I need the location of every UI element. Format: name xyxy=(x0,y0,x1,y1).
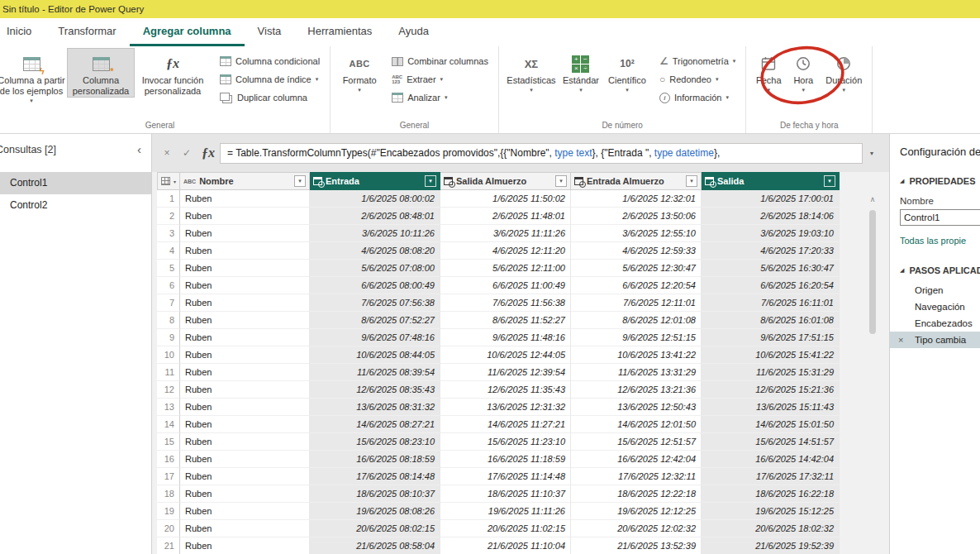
table-row[interactable]: 19Ruben19/6/2025 08:08:2619/6/2025 11:11… xyxy=(157,503,840,520)
cell[interactable]: 14/6/2025 08:27:21 xyxy=(310,416,440,433)
row-number[interactable]: 19 xyxy=(157,503,180,520)
cell[interactable]: 9/6/2025 17:51:15 xyxy=(702,329,840,346)
cell[interactable]: Ruben xyxy=(180,312,310,329)
cell[interactable]: 7/6/2025 07:56:38 xyxy=(310,294,440,312)
table-row[interactable]: 21Ruben21/6/2025 08:58:0421/6/2025 11:10… xyxy=(157,537,840,554)
cell[interactable]: Ruben xyxy=(180,520,310,537)
cell[interactable]: 14/6/2025 12:01:50 xyxy=(571,416,702,433)
cell[interactable]: 21/6/2025 13:52:39 xyxy=(571,537,702,554)
cell[interactable]: 17/6/2025 08:14:48 xyxy=(310,468,440,485)
cell[interactable]: Ruben xyxy=(180,537,310,554)
cell[interactable]: 1/6/2025 12:32:01 xyxy=(571,190,702,208)
scientific-button[interactable]: 10² Científico ▾ xyxy=(603,49,651,94)
cell[interactable]: 10/6/2025 15:41:22 xyxy=(702,346,840,364)
cell[interactable]: 15/6/2025 11:23:10 xyxy=(440,433,571,451)
cell[interactable]: 5/6/2025 12:11:00 xyxy=(440,260,571,277)
conditional-column-button[interactable]: Columna condicional xyxy=(220,55,320,68)
cell[interactable]: 4/6/2025 12:59:33 xyxy=(571,242,702,260)
tab-agregar-columna[interactable]: Agregar columna xyxy=(130,18,245,46)
cell[interactable]: Ruben xyxy=(180,381,310,399)
column-header-salida[interactable]: Salida ▾ xyxy=(702,172,840,190)
tab-herramientas[interactable]: Herramientas xyxy=(294,18,385,46)
cell[interactable]: 21/6/2025 19:52:39 xyxy=(702,537,840,554)
row-number[interactable]: 21 xyxy=(157,537,180,554)
cell[interactable]: 10/6/2025 08:44:05 xyxy=(310,346,440,364)
filter-button[interactable]: ▾ xyxy=(555,175,567,187)
cell[interactable]: 4/6/2025 08:08:20 xyxy=(310,242,440,260)
cell[interactable]: 18/6/2025 08:10:37 xyxy=(310,485,440,503)
cell[interactable]: 12/6/2025 13:21:36 xyxy=(571,381,702,399)
cell[interactable]: 1/6/2025 11:50:02 xyxy=(440,190,571,208)
table-row[interactable]: 4Ruben4/6/2025 08:08:204/6/2025 12:11:20… xyxy=(157,242,840,260)
merge-columns-button[interactable]: Combinar columnas xyxy=(392,55,488,68)
cell[interactable]: 2/6/2025 08:48:01 xyxy=(310,208,440,225)
row-number[interactable]: 4 xyxy=(157,242,180,260)
applied-steps-section-header[interactable]: ◢ PASOS APLICAD xyxy=(890,246,980,275)
scrollbar-thumb[interactable] xyxy=(869,210,876,334)
cell[interactable]: Ruben xyxy=(180,277,310,294)
cell[interactable]: Ruben xyxy=(180,399,310,416)
cell[interactable]: 5/6/2025 12:30:47 xyxy=(571,260,702,277)
expand-formula-bar-button[interactable]: ▾ xyxy=(863,150,881,157)
cell[interactable]: 18/6/2025 12:22:18 xyxy=(571,485,702,503)
extract-button[interactable]: ABC123 Extraer ▾ xyxy=(392,73,488,86)
cell[interactable]: 17/6/2025 17:32:11 xyxy=(702,468,840,485)
cell[interactable]: Ruben xyxy=(180,294,310,312)
statistics-button[interactable]: ΧΣ Estadísticas ▾ xyxy=(504,49,559,94)
filter-button[interactable]: ▾ xyxy=(686,175,697,187)
cell[interactable]: 11/6/2025 08:39:54 xyxy=(310,364,440,381)
table-row[interactable]: 17Ruben17/6/2025 08:14:4817/6/2025 11:14… xyxy=(157,468,840,485)
cell[interactable]: Ruben xyxy=(180,451,310,468)
cell[interactable]: 6/6/2025 16:20:54 xyxy=(702,277,840,294)
cell[interactable]: Ruben xyxy=(180,416,310,433)
cell[interactable]: 19/6/2025 11:11:26 xyxy=(440,503,571,520)
column-header-entrada[interactable]: Entrada ▾ xyxy=(310,172,440,190)
cell[interactable]: 12/6/2025 11:35:43 xyxy=(440,381,571,399)
duration-button[interactable]: Duración ▾ xyxy=(821,49,867,94)
custom-column-button[interactable]: * Columna personalizada xyxy=(68,49,134,97)
column-from-examples-button[interactable]: ϟ Columna a partir de los ejemplos ▾ xyxy=(0,49,68,105)
cell[interactable]: 9/6/2025 07:48:16 xyxy=(310,329,440,346)
step-origen[interactable]: Origen xyxy=(890,282,980,298)
cell[interactable]: 7/6/2025 16:11:01 xyxy=(702,294,840,312)
cell[interactable]: 3/6/2025 19:03:10 xyxy=(702,225,840,242)
tab-ayuda[interactable]: Ayuda xyxy=(385,18,442,46)
cell[interactable]: 17/6/2025 11:14:48 xyxy=(440,468,571,485)
collapse-pane-icon[interactable]: ‹ xyxy=(137,145,141,155)
row-number[interactable]: 10 xyxy=(157,346,180,364)
cell[interactable]: 6/6/2025 11:00:49 xyxy=(440,277,571,294)
cell[interactable]: 18/6/2025 16:22:18 xyxy=(702,485,840,503)
cell[interactable]: 17/6/2025 12:32:11 xyxy=(571,468,702,485)
table-row[interactable]: 12Ruben12/6/2025 08:35:4312/6/2025 11:35… xyxy=(157,381,840,399)
format-button[interactable]: ABC Formato ▾ xyxy=(335,49,383,94)
table-row[interactable]: 1Ruben1/6/2025 08:00:021/6/2025 11:50:02… xyxy=(157,190,840,208)
row-number[interactable]: 17 xyxy=(157,468,180,485)
cell[interactable]: 20/6/2025 18:02:32 xyxy=(702,520,840,537)
cell[interactable]: 1/6/2025 17:00:01 xyxy=(702,190,840,208)
delete-step-icon[interactable]: × xyxy=(898,332,903,348)
cell[interactable]: 15/6/2025 14:51:57 xyxy=(702,433,840,451)
cell[interactable]: 5/6/2025 16:30:47 xyxy=(702,260,840,277)
cell[interactable]: 15/6/2025 08:23:10 xyxy=(310,433,440,451)
cell[interactable]: 3/6/2025 12:55:10 xyxy=(571,225,702,242)
cell[interactable]: 21/6/2025 11:10:04 xyxy=(440,537,571,554)
row-number[interactable]: 7 xyxy=(157,294,180,312)
column-header-entrada-almuerzo[interactable]: Entrada Almuerzo ▾ xyxy=(571,172,702,190)
cell[interactable]: Ruben xyxy=(180,433,310,451)
table-row[interactable]: 3Ruben3/6/2025 10:11:263/6/2025 11:11:26… xyxy=(157,225,840,242)
row-number[interactable]: 9 xyxy=(157,329,180,346)
table-row[interactable]: 16Ruben16/6/2025 08:18:5916/6/2025 11:18… xyxy=(157,451,840,468)
cell[interactable]: 8/6/2025 07:52:27 xyxy=(310,312,440,329)
index-column-button[interactable]: Columna de índice ▾ xyxy=(220,73,320,86)
cell[interactable]: 4/6/2025 17:20:33 xyxy=(702,242,840,260)
cell[interactable]: 13/6/2025 12:31:32 xyxy=(440,399,571,416)
cell[interactable]: 11/6/2025 15:31:29 xyxy=(702,364,840,381)
row-number[interactable]: 6 xyxy=(157,277,180,294)
cell[interactable]: 9/6/2025 12:51:15 xyxy=(571,329,702,346)
row-number[interactable]: 16 xyxy=(157,451,180,468)
cell[interactable]: 12/6/2025 08:35:43 xyxy=(310,381,440,399)
step-navegacion[interactable]: Navegación xyxy=(890,298,980,315)
row-number[interactable]: 20 xyxy=(157,520,180,537)
table-row[interactable]: 15Ruben15/6/2025 08:23:1015/6/2025 11:23… xyxy=(157,433,840,451)
trigonometry-button[interactable]: ∠ Trigonometría ▾ xyxy=(659,55,735,68)
